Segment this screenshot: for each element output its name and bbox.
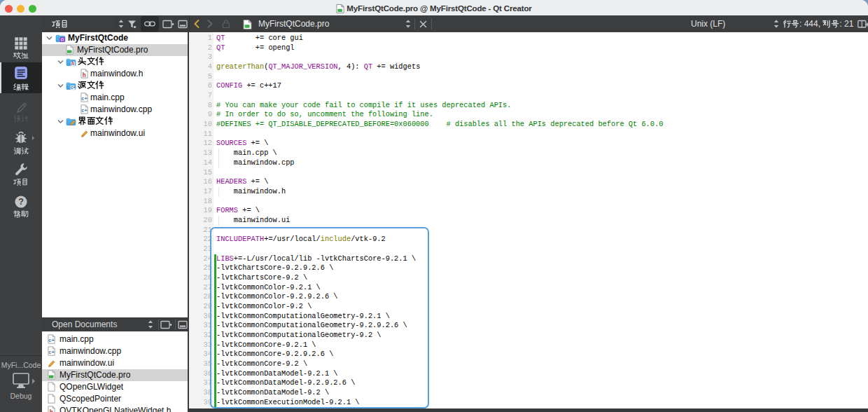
svg-text:h: h — [83, 71, 86, 78]
svg-text:h: h — [50, 408, 53, 412]
svg-text:c+: c+ — [81, 107, 88, 114]
svg-text:c+: c+ — [71, 85, 76, 90]
svg-text:c+: c+ — [48, 337, 55, 343]
svg-text:c+: c+ — [48, 349, 55, 355]
svg-text:c+: c+ — [81, 95, 88, 102]
svg-text:h: h — [71, 60, 74, 67]
svg-text:?: ? — [18, 197, 24, 207]
